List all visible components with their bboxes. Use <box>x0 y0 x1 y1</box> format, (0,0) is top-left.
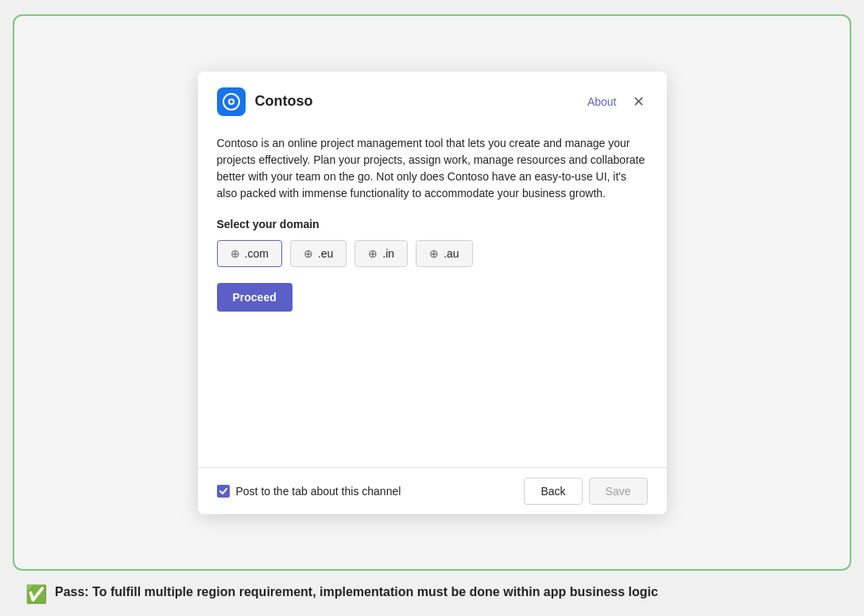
app-icon <box>217 87 246 116</box>
domain-in-label: .in <box>382 247 394 260</box>
dialog-body: Contoso is an online project management … <box>198 126 667 467</box>
checkbox-area: Post to the tab about this channel <box>217 485 525 498</box>
domain-com-label: .com <box>245 247 269 260</box>
dialog-header: Contoso About ✕ <box>198 72 667 126</box>
close-button[interactable]: ✕ <box>630 90 648 114</box>
globe-in-icon: ⊕ <box>368 247 378 260</box>
domain-au-label: .au <box>444 247 459 260</box>
back-button[interactable]: Back <box>524 478 582 505</box>
dialog-spacer <box>217 312 648 455</box>
svg-point-2 <box>230 100 233 103</box>
checkbox-label: Post to the tab about this channel <box>236 485 401 498</box>
save-button: Save <box>589 478 648 505</box>
post-checkbox[interactable] <box>217 485 230 498</box>
pass-check-icon: ✅ <box>25 584 47 605</box>
close-icon: ✕ <box>633 93 645 110</box>
pass-section: ✅ Pass: To fulfill multiple region requi… <box>13 571 851 605</box>
app-title: Contoso <box>255 93 587 110</box>
domain-eu-button[interactable]: ⊕ .eu <box>290 240 347 267</box>
domain-au-button[interactable]: ⊕ .au <box>416 240 472 267</box>
dialog: Contoso About ✕ Contoso is an online pro… <box>198 72 667 514</box>
globe-au-icon: ⊕ <box>429 247 439 260</box>
domain-options: ⊕ .com ⊕ .eu ⊕ .in ⊕ .au <box>217 240 648 267</box>
domain-eu-label: .eu <box>318 247 333 260</box>
pass-message: Pass: To fulfill multiple region require… <box>55 583 658 601</box>
domain-com-button[interactable]: ⊕ .com <box>217 240 282 267</box>
domain-section-label: Select your domain <box>217 218 648 231</box>
app-description: Contoso is an online project management … <box>217 135 648 202</box>
about-link[interactable]: About <box>587 95 617 108</box>
proceed-button[interactable]: Proceed <box>217 283 293 312</box>
footer-buttons: Back Save <box>524 478 647 505</box>
dialog-footer: Post to the tab about this channel Back … <box>198 467 667 514</box>
domain-in-button[interactable]: ⊕ .in <box>355 240 408 267</box>
globe-com-icon: ⊕ <box>231 247 240 260</box>
outer-container: Contoso About ✕ Contoso is an online pro… <box>13 14 851 571</box>
globe-eu-icon: ⊕ <box>304 247 313 260</box>
